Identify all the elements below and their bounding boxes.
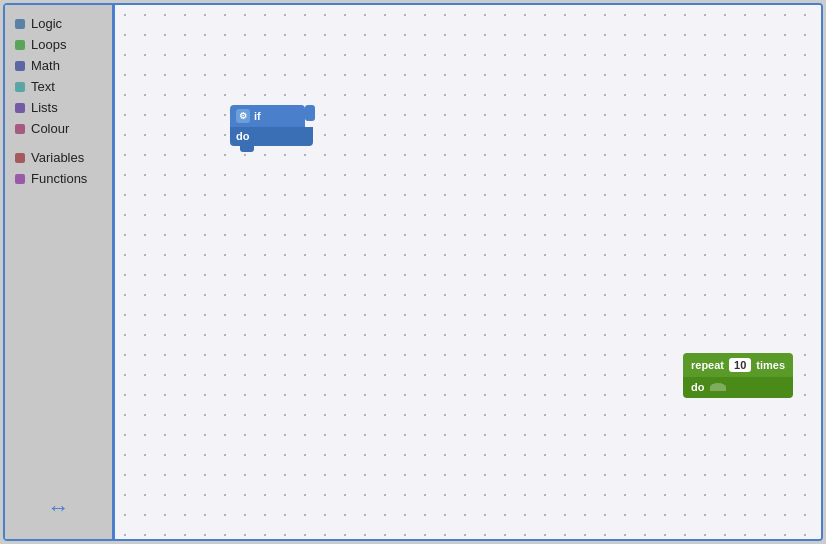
repeat-block[interactable]: repeat 10 times do — [683, 353, 793, 398]
if-bottom-connector — [240, 146, 254, 152]
sidebar-label-lists: Lists — [31, 100, 58, 115]
sidebar-item-lists[interactable]: Lists — [5, 97, 112, 118]
sidebar-item-loops[interactable]: Loops — [5, 34, 112, 55]
if-label: if — [254, 110, 261, 122]
sidebar-label-loops: Loops — [31, 37, 66, 52]
repeat-block-header: repeat 10 times — [683, 353, 793, 377]
lists-color-dot — [15, 103, 25, 113]
sidebar-item-colour[interactable]: Colour — [5, 118, 112, 139]
colour-color-dot — [15, 124, 25, 134]
sidebar-label-logic: Logic — [31, 16, 62, 31]
repeat-do: do — [683, 377, 793, 398]
sidebar-label-text: Text — [31, 79, 55, 94]
loops-color-dot — [15, 40, 25, 50]
resize-handle[interactable]: ↔ — [48, 495, 70, 521]
sidebar-label-functions: Functions — [31, 171, 87, 186]
sidebar-label-colour: Colour — [31, 121, 69, 136]
sidebar-label-math: Math — [31, 58, 60, 73]
sidebar-item-text[interactable]: Text — [5, 76, 112, 97]
functions-color-dot — [15, 174, 25, 184]
svg-rect-0 — [305, 105, 315, 121]
do-connector — [710, 383, 726, 391]
block-canvas[interactable]: ⚙ if do repeat 10 times — [115, 5, 821, 539]
main-window: Logic Loops Math Text Lists Colour Varia… — [3, 3, 823, 541]
if-block[interactable]: ⚙ if do — [230, 105, 305, 152]
text-color-dot — [15, 82, 25, 92]
repeat-value[interactable]: 10 — [729, 358, 751, 372]
math-color-dot — [15, 61, 25, 71]
sidebar-item-variables[interactable]: Variables — [5, 147, 112, 168]
variables-color-dot — [15, 153, 25, 163]
gear-icon[interactable]: ⚙ — [236, 109, 250, 123]
sidebar-item-math[interactable]: Math — [5, 55, 112, 76]
sidebar: Logic Loops Math Text Lists Colour Varia… — [5, 5, 115, 539]
if-do-label: do — [230, 127, 305, 146]
logic-color-dot — [15, 19, 25, 29]
times-label: times — [756, 359, 785, 371]
sidebar-item-logic[interactable]: Logic — [5, 13, 112, 34]
if-right-notch — [305, 105, 315, 121]
sidebar-label-variables: Variables — [31, 150, 84, 165]
sidebar-item-functions[interactable]: Functions — [5, 168, 112, 189]
if-block-header: ⚙ if — [230, 105, 305, 127]
repeat-label: repeat — [691, 359, 724, 371]
